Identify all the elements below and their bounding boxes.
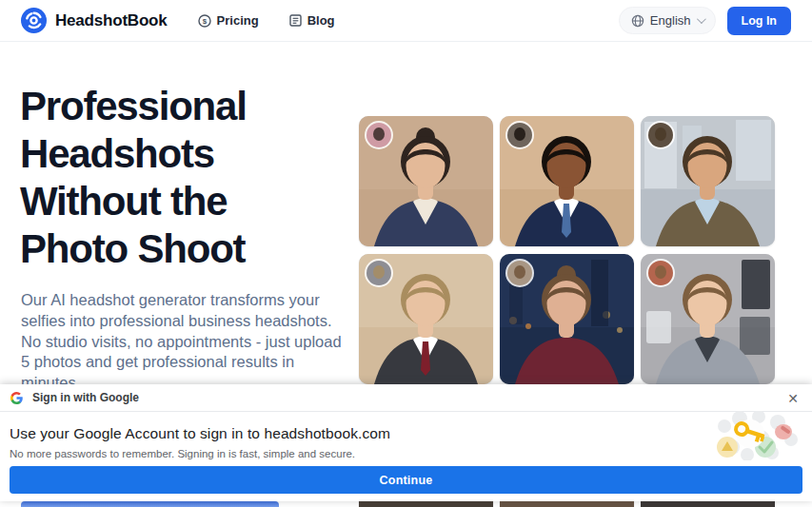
globe-icon [631,14,644,28]
headshot-photo [500,116,634,246]
headshotbook-logo-icon[interactable] [21,8,47,33]
key-security-illustration-icon [711,411,799,460]
original-selfie-avatar [366,123,391,147]
language-selector[interactable]: English [619,7,716,34]
hero-title-line: Headshots [20,130,359,178]
headshot-photo [500,254,634,384]
blog-icon [289,14,302,27]
hero-description: Our AI headshot generator transforms you… [21,290,347,394]
headshot-photo [641,116,775,246]
google-g-icon [10,392,23,404]
navbar: HeadshotBook $ Pricing Blog English Log … [0,0,812,42]
chevron-down-icon [696,14,705,24]
hero-title-line: Photo Shoot [20,225,359,273]
hero-title-line: Without the [20,178,359,225]
login-button[interactable]: Log In [727,7,792,35]
original-selfie-avatar [366,261,391,285]
google-prompt-title: Use your Google Account to sign in to he… [10,425,390,442]
google-prompt-header: Sign in with Google [0,384,812,412]
headshot-photo [359,116,493,246]
language-selected-label: English [650,13,691,28]
google-prompt-header-label: Sign in with Google [32,391,139,404]
original-selfie-avatar [648,261,673,285]
original-selfie-avatar [507,123,532,147]
nav-link-pricing[interactable]: $ Pricing [198,13,259,28]
nav-link-blog[interactable]: Blog [289,13,335,28]
original-selfie-avatar [648,123,673,147]
pricing-coin-icon: $ [198,14,211,28]
nav-link-label: Blog [307,13,335,28]
headshot-photo [359,254,493,384]
nav-link-label: Pricing [217,13,259,28]
hero-cta-button-fragment[interactable] [21,501,279,507]
headshot-photo [641,254,775,384]
brand-name: HeadshotBook [55,11,168,30]
google-signin-prompt: Sign in with Google ✕ Use your Google Ac… [0,384,812,501]
hero-title-line: Professional [20,83,359,130]
close-icon[interactable]: ✕ [784,390,802,407]
google-prompt-subtitle: No more passwords to remember. Signing i… [10,448,355,459]
hero-title: Professional Headshots Without the Photo… [20,83,359,273]
svg-text:$: $ [202,17,207,26]
original-selfie-avatar [507,261,532,285]
continue-button[interactable]: Continue [10,466,802,494]
